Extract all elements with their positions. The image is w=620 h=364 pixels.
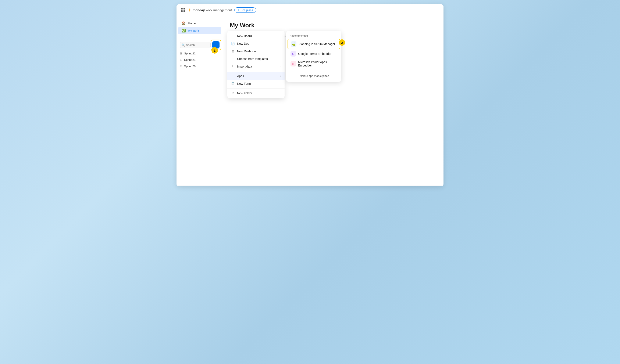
home-icon: 🏠: [182, 21, 186, 25]
submenu-item-ms-power[interactable]: ⊞ Microsoft Power Apps Embedder: [288, 59, 340, 69]
submenu-google-forms-label: Google Forms Embedder: [298, 52, 331, 56]
menu-divider-2: [227, 88, 285, 89]
explore-marketplace-link[interactable]: Explore app marketplace: [286, 73, 341, 79]
submenu-ms-power-label: Microsoft Power Apps Embedder: [298, 60, 337, 67]
sidebar-my-work-label: My work: [188, 29, 199, 32]
annotation-badge-1: 1: [212, 47, 218, 54]
logo-star-icon: ✦: [188, 8, 191, 13]
menu-item-new-dashboard[interactable]: ⊞ New Dashboard: [227, 47, 285, 55]
menu-divider-1: [227, 71, 285, 71]
menu-item-apps[interactable]: ⊞ Apps ›: [227, 72, 285, 80]
sidebar-search-area: 🔍 + 1: [176, 40, 223, 50]
submenu-planning-scrum-label: Planning in Scrum Manager: [298, 42, 335, 46]
add-button-wrapper: + 1: [212, 41, 219, 48]
new-doc-icon: 📄: [231, 42, 235, 46]
menu-item-new-folder-label: New Folder: [237, 91, 252, 95]
new-form-icon: 📋: [231, 82, 235, 86]
logo-brand: monday: [193, 8, 205, 12]
menu-item-import-data[interactable]: ⬇ Import data ›: [227, 63, 285, 70]
content-area: My Work New item 🔍 Hide done items ≡ Cus…: [223, 16, 444, 185]
choose-templates-icon: ⊞: [231, 57, 235, 61]
page-title: My Work: [230, 22, 437, 29]
sidebar-item-my-work[interactable]: ✅ My work: [178, 27, 221, 34]
board-label-sprint21: Sprint 21: [184, 58, 196, 61]
menu-item-apps-label: Apps: [237, 74, 244, 78]
content-header: My Work: [223, 16, 444, 33]
board-icon-2: ⊞: [180, 58, 183, 61]
topbar: ✦ monday work management ✦ See plans: [176, 4, 444, 16]
submenu-item-planning-scrum[interactable]: ⛳ Planning in Scrum Manager: [288, 39, 340, 49]
menu-item-import-data-label: Import data: [237, 65, 252, 68]
menu-item-new-form-label: New Form: [237, 82, 251, 85]
board-icon: ⊞: [180, 52, 183, 55]
menu-item-new-dashboard-label: New Dashboard: [237, 49, 258, 53]
menu-item-new-form[interactable]: 📋 New Form: [227, 80, 285, 88]
logo-sub: work management: [205, 8, 232, 12]
apps-arrow-icon: ›: [280, 75, 281, 77]
submenu-header: Recommended: [286, 33, 341, 39]
sidebar-search-icon: 🔍: [182, 43, 185, 46]
sidebar-home-label: Home: [188, 22, 196, 25]
google-forms-icon: G: [291, 51, 296, 57]
main-layout: 🏠 Home ✅ My work 🔍 + 1 ⊞ Sprint: [176, 16, 444, 185]
scrum-app-icon: ⛳: [291, 41, 296, 47]
dropdown-menu: ⊞ New Board 📄 New Doc ⊞ New Dashboard ⊞ …: [227, 31, 285, 98]
my-work-icon: ✅: [182, 29, 186, 33]
new-folder-icon: 🗂: [231, 91, 235, 95]
menu-item-choose-templates-label: Choose from templates: [237, 57, 268, 61]
submenu-panel: Recommended ⛳ Planning in Scrum Manager …: [286, 31, 341, 82]
import-data-icon: ⬇: [231, 65, 235, 68]
ms-power-icon: ⊞: [291, 61, 296, 66]
sidebar-board-sprint20[interactable]: ⊞ Sprint 20: [176, 63, 223, 69]
new-board-icon: ⊞: [231, 34, 235, 38]
annotation-badge-2: 2: [339, 39, 345, 46]
board-label-sprint20: Sprint 20: [184, 65, 196, 68]
app-grid-icon[interactable]: [181, 8, 185, 12]
menu-item-new-doc[interactable]: 📄 New Doc: [227, 40, 285, 47]
apps-icon: ⊞: [231, 74, 235, 78]
sidebar-divider: [176, 37, 223, 37]
menu-item-choose-templates[interactable]: ⊞ Choose from templates: [227, 55, 285, 63]
board-label-sprint22: Sprint 22: [184, 52, 196, 55]
menu-item-new-doc-label: New Doc: [237, 42, 249, 45]
menu-item-new-board-label: New Board: [237, 34, 252, 38]
submenu-item-google-forms[interactable]: G Google Forms Embedder: [288, 49, 340, 59]
sidebar: 🏠 Home ✅ My work 🔍 + 1 ⊞ Sprint: [176, 16, 223, 185]
sidebar-item-home[interactable]: 🏠 Home: [178, 19, 221, 27]
topbar-logo: ✦ monday work management: [188, 8, 232, 13]
see-plans-button[interactable]: ✦ See plans: [234, 7, 256, 13]
sidebar-board-sprint21[interactable]: ⊞ Sprint 21: [176, 57, 223, 63]
board-icon-3: ⊞: [180, 64, 183, 68]
menu-item-new-folder[interactable]: 🗂 New Folder: [227, 89, 285, 97]
new-dashboard-icon: ⊞: [231, 49, 235, 53]
app-window: ✦ monday work management ✦ See plans 🏠 H…: [176, 4, 444, 186]
menu-item-new-board[interactable]: ⊞ New Board: [227, 32, 285, 40]
import-data-arrow-icon: ›: [280, 65, 281, 68]
